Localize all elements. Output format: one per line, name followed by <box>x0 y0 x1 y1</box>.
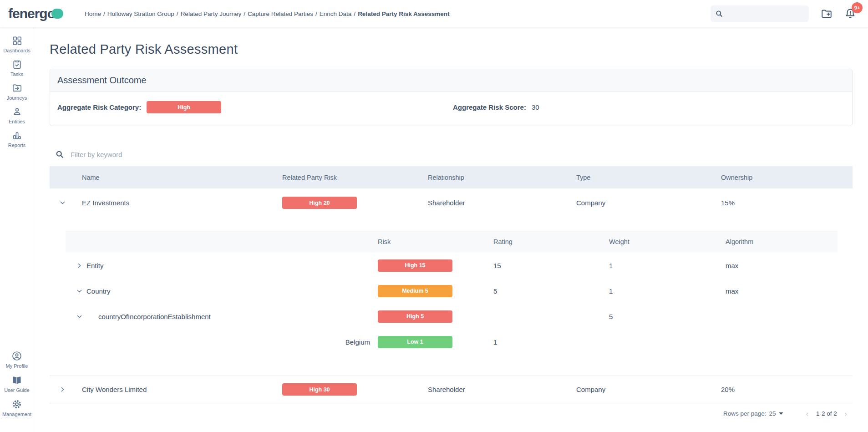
column-header-related-party-risk: Related Party Risk <box>275 174 421 181</box>
profile-icon <box>11 351 22 361</box>
risk-badge: High 15 <box>378 259 452 272</box>
row-ownership: 20% <box>714 386 853 393</box>
sidebar-item-reports[interactable]: Reports <box>0 130 34 148</box>
column-header-rating: Rating <box>493 238 609 245</box>
chevron-down-icon <box>60 200 66 206</box>
nested-header-row: Risk Rating Weight Algorithm <box>66 231 838 253</box>
sidebar-label: User Guide <box>4 387 30 393</box>
breadcrumb-separator: / <box>177 10 178 17</box>
column-header-algorithm: Algorithm <box>726 238 838 245</box>
table-filter-bar <box>50 142 853 166</box>
search-icon <box>715 10 723 18</box>
sidebar-item-my-profile[interactable]: My Profile <box>0 351 34 369</box>
breadcrumb-capture-related-parties[interactable]: Capture Related Parties <box>248 10 313 17</box>
nested-row-weight: 5 <box>609 313 726 320</box>
global-search-input[interactable] <box>711 5 809 22</box>
dashboards-icon <box>12 36 22 46</box>
row-type: Company <box>569 199 714 207</box>
risk-breakdown-table: Risk Rating Weight Algorithm Entity High… <box>66 231 838 360</box>
sidebar-label: Tasks <box>10 71 23 77</box>
tasks-icon <box>12 59 22 70</box>
assessment-outcome-card: Assessment Outcome Aggregate Risk Catego… <box>50 69 853 126</box>
sidebar-label: Dashboards <box>3 48 30 53</box>
row-relationship: Shareholder <box>421 386 569 393</box>
sidebar-item-dashboards[interactable]: Dashboards <box>0 36 34 53</box>
rows-per-page-value: 25 <box>769 410 776 417</box>
sidebar-item-user-guide[interactable]: User Guide <box>0 375 34 393</box>
row-name: City Wonders Limited <box>75 386 275 393</box>
nested-row-name: Entity <box>86 262 104 269</box>
nested-row-weight: 1 <box>609 262 726 269</box>
caret-down-icon <box>779 412 783 415</box>
notifications-button[interactable]: 9+ <box>844 8 856 20</box>
sidebar-item-entities[interactable]: Entities <box>0 107 34 124</box>
nested-row-rating: 1 <box>493 338 609 346</box>
sidebar-item-journeys[interactable]: Journeys <box>0 83 34 101</box>
sidebar: Dashboards Tasks Journeys Entities Repor… <box>0 27 34 432</box>
aggregate-risk-score-label: Aggregate Risk Score: <box>453 103 526 111</box>
chevron-right-icon <box>76 263 82 269</box>
breadcrumb-holloway-stratton-group[interactable]: Holloway Stratton Group <box>107 10 174 17</box>
sidebar-label: My Profile <box>6 363 28 369</box>
next-page-button[interactable]: › <box>841 409 851 418</box>
collapse-row-button[interactable] <box>72 314 86 320</box>
breadcrumb-separator: / <box>244 10 245 17</box>
expand-row-button[interactable] <box>50 386 75 392</box>
column-header-ownership: Ownership <box>714 174 853 181</box>
row-relationship: Shareholder <box>421 199 569 207</box>
filter-keyword-input[interactable] <box>71 151 344 158</box>
column-header-weight: Weight <box>609 238 726 245</box>
row-name: EZ Investments <box>75 199 275 207</box>
logo-text: fenergo <box>8 6 55 21</box>
nested-row-rating: 5 <box>493 287 609 295</box>
table-row: EZ Investments High 20 Shareholder Compa… <box>50 188 853 217</box>
row-ownership: 15% <box>714 199 853 207</box>
nested-row-name: Belgium <box>345 338 370 346</box>
aggregate-risk-category-label: Aggregate Risk Category: <box>57 103 141 111</box>
nested-row: Entity High 15 15 1 max <box>66 253 838 278</box>
reports-icon <box>12 130 22 141</box>
collapse-row-button[interactable] <box>72 288 86 294</box>
aggregate-risk-score-value: 30 <box>532 103 539 111</box>
filter-search-icon <box>55 150 64 159</box>
sidebar-item-tasks[interactable]: Tasks <box>0 59 34 77</box>
breadcrumb-enrich-data[interactable]: Enrich Data <box>320 10 352 17</box>
nested-row: countryOfIncorporationEstablishment High… <box>66 304 838 329</box>
page-title: Related Party Risk Assessment <box>50 42 853 57</box>
table-header-row: Name Related Party Risk Relationship Typ… <box>50 166 853 188</box>
breadcrumb-home[interactable]: Home <box>85 10 101 17</box>
breadcrumb-current: Related Party Risk Assessment <box>358 10 449 17</box>
nested-row: Country Medium 5 5 1 max <box>66 278 838 304</box>
chevron-down-icon <box>76 288 82 294</box>
column-header-type: Type <box>569 174 714 181</box>
nested-row: Belgium Low 1 1 <box>66 329 838 355</box>
entities-icon <box>12 107 22 117</box>
breadcrumb: Home / Holloway Stratton Group / Related… <box>85 10 449 17</box>
breadcrumb-related-party-journey[interactable]: Related Party Journey <box>181 10 242 17</box>
chevron-down-icon <box>76 314 82 320</box>
risk-badge: Low 1 <box>378 336 452 348</box>
nested-row-rating: 15 <box>493 262 609 269</box>
table-row: City Wonders Limited High 30 Shareholder… <box>50 376 853 403</box>
sidebar-label: Management <box>2 412 31 417</box>
sidebar-label: Entities <box>9 119 25 124</box>
fenergo-logo[interactable]: fenergo <box>8 6 67 21</box>
page-range-label: 1-2 of 2 <box>816 410 837 417</box>
breadcrumb-separator: / <box>354 10 355 17</box>
previous-page-button[interactable]: ‹ <box>802 409 812 418</box>
folder-plus-icon <box>821 8 832 20</box>
notification-count-badge: 9+ <box>852 2 863 13</box>
assessment-outcome-header: Assessment Outcome <box>50 69 852 92</box>
column-header-relationship: Relationship <box>421 174 569 181</box>
column-header-name: Name <box>75 174 275 181</box>
add-folder-button[interactable] <box>821 8 832 20</box>
expand-row-button[interactable] <box>72 263 86 269</box>
gear-icon <box>11 399 22 410</box>
nested-row-name: countryOfIncorporationEstablishment <box>98 313 211 320</box>
rows-per-page-select[interactable]: Rows per page: 25 <box>723 410 783 417</box>
sidebar-item-management[interactable]: Management <box>0 399 34 417</box>
collapse-row-button[interactable] <box>50 200 75 206</box>
sidebar-label: Reports <box>8 142 26 148</box>
aggregate-risk-category-badge: High <box>147 101 221 113</box>
nested-row-algorithm: max <box>726 262 838 269</box>
